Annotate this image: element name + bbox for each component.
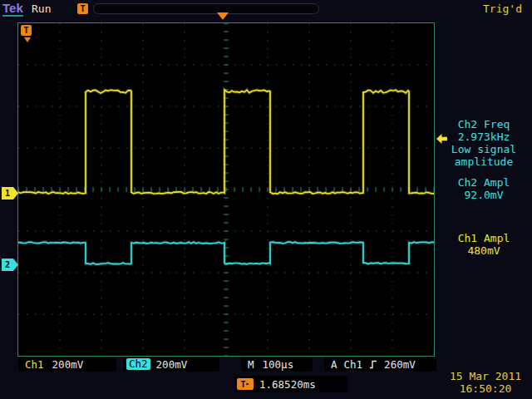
trigger-position-icon <box>217 12 229 20</box>
measurement-label: Ch2 Ampl <box>439 176 529 189</box>
tek-logo: Tek <box>2 2 23 17</box>
measurement-label: Ch1 Ampl <box>439 232 529 244</box>
ch1-label: Ch1 <box>25 358 44 371</box>
trigger-source-label: Ch1 <box>344 358 363 371</box>
trigger-mode-label: A <box>331 358 337 371</box>
ch2-scale-value: 200mV <box>156 358 188 371</box>
delay-value: 1.68520ms <box>259 378 316 391</box>
measurement-value: 92.0mV <box>439 189 529 201</box>
ch1-ground-marker: 1 <box>2 187 18 200</box>
delay-readout: T ▸ 1.68520ms <box>234 376 347 392</box>
measurement-ch1-ampl: Ch1 Ampl 480mV <box>439 232 529 257</box>
measurement-label: Ch2 Freq <box>439 118 529 131</box>
trigger-level-value: 260mV <box>384 358 416 371</box>
measurement-value: 480mV <box>439 244 529 257</box>
oscilloscope-screen: Tek Run T Trig'd T 1 2 Ch2 Freq 2.973kHz… <box>0 0 532 399</box>
trigger-corner-icon: T <box>21 25 32 36</box>
measurement-warning: amplitude <box>439 155 529 168</box>
rising-edge-icon <box>369 360 377 369</box>
timebase-readout: M 100µs <box>241 357 313 372</box>
ch2-label: Ch2 <box>126 358 150 370</box>
time-text: 16:50:20 <box>444 382 527 395</box>
waveform-display <box>18 23 434 356</box>
horizontal-position-bar <box>93 3 319 14</box>
timebase-value: 100µs <box>263 358 294 371</box>
measurement-ch2-ampl: Ch2 Ampl 92.0mV <box>439 176 529 201</box>
acquisition-status: Run <box>32 2 51 15</box>
delay-trigger-icon: T ▸ <box>237 378 254 390</box>
trigger-readout: A Ch1 260mV <box>324 357 436 372</box>
trigger-marker-icon: T <box>77 3 88 14</box>
trigger-status: Trig'd <box>483 2 522 15</box>
ch1-scale-value: 200mV <box>52 358 84 371</box>
graticule: T 1 2 <box>17 22 435 357</box>
ch1-scale-readout: Ch1 200mV <box>18 357 116 372</box>
right-arrow-icon: ▸ <box>246 381 250 387</box>
measurement-warning: Low signal <box>439 143 529 155</box>
measurement-value: 2.973kHz <box>439 131 529 143</box>
ch2-ground-marker: 2 <box>2 259 18 271</box>
date-text: 15 Mar 2011 <box>444 370 527 382</box>
datetime: 15 Mar 2011 16:50:20 <box>444 370 527 395</box>
measurement-ch2-freq: Ch2 Freq 2.973kHz Low signal amplitude <box>439 118 529 168</box>
trigger-corner-arrow-icon <box>24 37 31 42</box>
timebase-label: M <box>248 358 254 371</box>
ch2-scale-readout: Ch2 200mV <box>123 357 219 372</box>
